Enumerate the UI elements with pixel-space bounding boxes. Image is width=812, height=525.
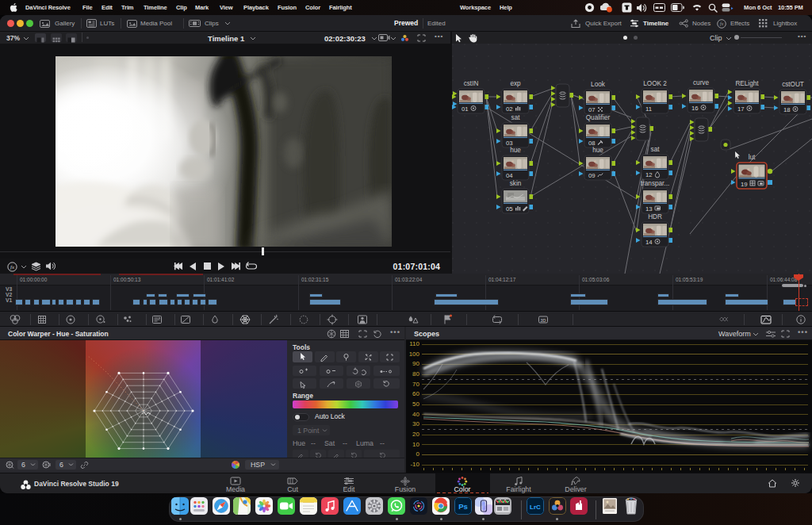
svg-text:19: 19 (741, 181, 748, 188)
svg-text:14: 14 (645, 239, 653, 246)
svg-text:cstIN: cstIN (464, 80, 479, 87)
svg-text:04: 04 (506, 172, 513, 179)
svg-text:sat: sat (651, 146, 661, 153)
svg-text:02: 02 (506, 105, 513, 113)
svg-text:fx: fx (720, 21, 724, 26)
svg-text:08: 08 (588, 140, 596, 147)
svg-text:09: 09 (588, 172, 596, 179)
svg-text:Ps: Ps (458, 502, 468, 511)
svg-text:07: 07 (588, 106, 596, 113)
svg-text:13: 13 (645, 205, 653, 213)
svg-text:05: 05 (506, 205, 513, 213)
svg-text:lut: lut (749, 154, 756, 161)
svg-text:fx: fx (10, 264, 15, 270)
svg-text:RELight: RELight (735, 80, 759, 87)
svg-text:LrC: LrC (530, 504, 541, 511)
svg-text:12: 12 (645, 171, 653, 178)
svg-text:curve: curve (693, 79, 709, 86)
svg-text:18: 18 (783, 106, 791, 113)
svg-text:Look: Look (591, 81, 606, 88)
svg-text:transpar...: transpar... (641, 180, 669, 187)
svg-text:hue: hue (510, 147, 521, 154)
svg-text:cstOUT: cstOUT (782, 81, 804, 88)
svg-text:HDR: HDR (648, 213, 662, 220)
svg-text:3D: 3D (540, 318, 546, 323)
svg-text:16: 16 (691, 105, 699, 112)
svg-text:sat: sat (511, 114, 521, 121)
svg-text:03: 03 (506, 140, 513, 147)
svg-text:11: 11 (645, 105, 652, 113)
svg-text:skin: skin (510, 180, 522, 187)
svg-text:exp: exp (510, 80, 521, 87)
svg-text:hue: hue (592, 147, 603, 154)
svg-text:17: 17 (737, 105, 745, 113)
svg-text:LOOK 2: LOOK 2 (643, 80, 667, 87)
svg-text:Qualifier: Qualifier (586, 114, 611, 121)
svg-text:01: 01 (462, 105, 469, 113)
